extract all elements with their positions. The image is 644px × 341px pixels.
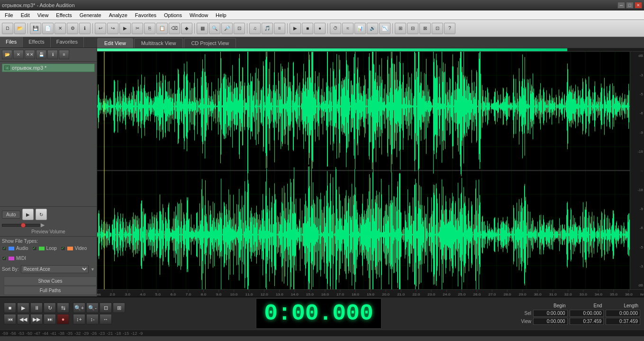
tb-zoom-out[interactable]: 🔎: [221, 23, 233, 34]
menu-options[interactable]: Options: [160, 12, 186, 18]
view-length-value[interactable]: 0:37.459: [606, 318, 640, 325]
waveform-canvas[interactable]: [97, 52, 630, 289]
tb-marker[interactable]: ◆: [181, 23, 192, 34]
tb-select[interactable]: ▦: [197, 23, 208, 34]
btn-record[interactable]: ●: [57, 314, 69, 324]
menu-favorites[interactable]: Favorites: [131, 12, 160, 18]
btn-rewind[interactable]: ◀◀: [17, 314, 29, 324]
tb-copy[interactable]: ⎘: [144, 23, 155, 34]
preview-loop-button[interactable]: ↻: [36, 209, 47, 220]
tb-info[interactable]: ℹ: [79, 23, 91, 34]
btn-loop[interactable]: ↻: [44, 303, 56, 313]
menu-help[interactable]: Help: [212, 12, 230, 18]
sel-end-value[interactable]: 0:00.000: [570, 310, 604, 317]
sel-length-value[interactable]: 0:00.000: [606, 310, 640, 317]
tab-edit-view[interactable]: Edit View: [97, 38, 133, 48]
tb-paste[interactable]: 📋: [156, 23, 168, 34]
ft-loop-check[interactable]: ✓: [32, 246, 37, 251]
tb-redo[interactable]: ↪: [107, 23, 118, 34]
tb-save[interactable]: 💾: [30, 23, 41, 34]
zoom-v-fit-btn[interactable]: ↔: [100, 314, 112, 324]
tb-a3[interactable]: ⊠: [419, 23, 431, 34]
panel-btn-save[interactable]: 💾: [36, 50, 46, 59]
maximize-button[interactable]: □: [626, 2, 634, 9]
show-cues-button[interactable]: Show Cues: [4, 276, 97, 286]
db-minus6-bot: -6: [631, 226, 643, 230]
list-item[interactable]: ♫ отрывок.mp3 *: [2, 64, 95, 72]
panel-btn-open[interactable]: 📂: [2, 50, 12, 59]
sort-dropdown-icon[interactable]: ▼: [91, 267, 95, 272]
view-begin-value[interactable]: 0:00.000: [533, 318, 568, 325]
btn-stop[interactable]: ■: [4, 303, 16, 313]
zoom-out-btn[interactable]: 🔍-: [86, 303, 99, 313]
btn-play[interactable]: ▶: [17, 303, 29, 313]
tb-a2[interactable]: ⊟: [407, 23, 418, 34]
tab-effects[interactable]: Effects: [23, 37, 50, 47]
tb-play[interactable]: ▶: [290, 23, 301, 34]
tab-cd-project-view[interactable]: CD Project View: [184, 38, 236, 48]
menu-generate[interactable]: Generate: [76, 12, 105, 18]
tb-misc2[interactable]: ≈: [342, 23, 354, 34]
menu-edit[interactable]: Edit: [17, 12, 34, 18]
ft-video-check[interactable]: ✓: [61, 246, 65, 251]
tb-open[interactable]: 📂: [14, 23, 26, 34]
file-types-section: Show File Types: ✓ Audio ✓ Loop ✓ Video: [0, 236, 97, 263]
btn-pause[interactable]: ⏸: [30, 303, 43, 313]
tb-cut[interactable]: ✂: [132, 23, 143, 34]
tb-save-as[interactable]: 📄: [42, 23, 54, 34]
zoom-v-in-btn[interactable]: ↕+: [73, 314, 85, 324]
minimize-button[interactable]: ─: [617, 2, 625, 9]
menu-analyze[interactable]: Analyze: [105, 12, 131, 18]
preview-play-button[interactable]: ▶: [22, 209, 34, 220]
tb-new[interactable]: 🗋: [2, 23, 13, 34]
tab-files[interactable]: Files: [0, 37, 23, 47]
tb-batch[interactable]: ⚙: [67, 23, 78, 34]
btn-loop2[interactable]: ⇆: [57, 303, 69, 313]
btn-next[interactable]: ⏭: [44, 314, 56, 324]
tb-misc3[interactable]: 📊: [354, 23, 366, 34]
tab-multitrack-view[interactable]: Multitrack View: [134, 38, 183, 48]
tb-zoom-in[interactable]: 🔍: [209, 23, 220, 34]
view-end-value[interactable]: 0:37.459: [570, 318, 604, 325]
close-button[interactable]: ✕: [635, 2, 642, 9]
auto-button[interactable]: Auto: [2, 211, 20, 219]
menu-window[interactable]: Window: [186, 12, 212, 18]
tb-zoom-fit[interactable]: ⊡: [234, 23, 245, 34]
ft-audio-check[interactable]: ✓: [2, 246, 7, 251]
panel-btn-extra[interactable]: ≡: [59, 50, 69, 59]
ft-midi-check[interactable]: ✓: [2, 256, 7, 261]
tb-misc4[interactable]: 🔊: [367, 23, 378, 34]
tb-delete[interactable]: ⌫: [169, 23, 180, 34]
tb-rec[interactable]: ●: [314, 23, 326, 34]
tb-effect2[interactable]: 🎵: [262, 23, 273, 34]
menu-view[interactable]: View: [34, 12, 53, 18]
sort-select[interactable]: Recent Acce: [21, 265, 89, 273]
zoom-in-btn[interactable]: 🔍+: [73, 303, 85, 313]
menu-effects[interactable]: Effects: [52, 12, 75, 18]
zoom-sel-btn[interactable]: ⊡: [100, 303, 112, 313]
panel-btn-close-all[interactable]: ✕✕: [25, 50, 35, 59]
tb-stop[interactable]: ■: [302, 23, 313, 34]
panel-btn-info[interactable]: ℹ: [47, 50, 58, 59]
waveform-display[interactable]: dB -3 -5 -6 -9 -18 -- -18 -9 -6 -5 -3 dB: [97, 52, 644, 289]
zoom-fit-btn[interactable]: ⊞: [113, 303, 125, 313]
volume-slider[interactable]: [2, 224, 40, 227]
tb-effect1[interactable]: ♫: [249, 23, 261, 34]
menu-file[interactable]: File: [1, 12, 17, 18]
tb-misc5[interactable]: 📉: [379, 23, 390, 34]
tb-undo[interactable]: ↩: [95, 23, 106, 34]
sel-begin-value[interactable]: 0:00.000: [533, 310, 568, 317]
zoom-v-out-btn[interactable]: ↕-: [86, 314, 99, 324]
tb-a4[interactable]: ⊡: [432, 23, 443, 34]
tb-effect3[interactable]: ≡: [274, 23, 285, 34]
tb-misc1[interactable]: ⏱: [330, 23, 341, 34]
tab-favorites[interactable]: Favorites: [51, 37, 84, 47]
tb-help[interactable]: ?: [444, 23, 455, 34]
panel-btn-close[interactable]: ✕: [13, 50, 24, 59]
tb-fwd[interactable]: ▶: [119, 23, 131, 34]
btn-ffwd[interactable]: ▶▶: [30, 314, 43, 324]
btn-prev[interactable]: ⏮: [4, 314, 16, 324]
full-paths-button[interactable]: Full Paths: [4, 286, 97, 295]
tb-close[interactable]: ✕: [54, 23, 66, 34]
tb-a1[interactable]: ⊞: [395, 23, 406, 34]
